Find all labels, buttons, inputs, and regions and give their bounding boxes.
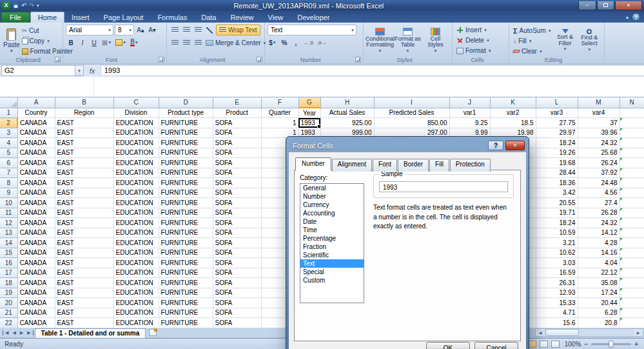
category-item-general[interactable]: General	[300, 184, 364, 192]
cell-H2[interactable]: 925.00	[320, 118, 374, 128]
cell-D11[interactable]: FURNITURE	[159, 208, 213, 218]
cell-E20[interactable]: SOFA	[213, 298, 261, 308]
cell-M4[interactable]: 24.32	[578, 138, 620, 148]
ribbon-tab-review[interactable]: Review	[223, 12, 260, 23]
cell-C13[interactable]: EDUCATION	[113, 228, 159, 238]
cell-C11[interactable]: EDUCATION	[113, 208, 159, 218]
cell-N6[interactable]	[620, 158, 644, 168]
cell-M9[interactable]: 4.56	[578, 188, 620, 198]
category-item-time[interactable]: Time	[300, 226, 364, 234]
cell-C4[interactable]: EDUCATION	[113, 138, 159, 148]
cell-N11[interactable]	[620, 208, 644, 218]
cell-B18[interactable]: EAST	[55, 278, 113, 288]
cell-C2[interactable]: EDUCATION	[113, 118, 159, 128]
dialog-tab-alignment[interactable]: Alignment	[332, 159, 372, 172]
minimize-ribbon-icon[interactable]: ▴	[626, 14, 629, 20]
cell-A3[interactable]: CANADA	[17, 128, 55, 138]
ribbon-tab-file[interactable]: File	[1, 12, 30, 23]
cell-M2[interactable]: 37	[578, 118, 620, 128]
conditional-formatting-button[interactable]: Conditional Formatting ▼	[366, 25, 394, 56]
cell-D22[interactable]: FURNITURE	[159, 318, 213, 328]
cell-N15[interactable]	[620, 248, 644, 258]
column-header-A[interactable]: A	[17, 97, 55, 108]
name-box[interactable]: G2	[1, 65, 75, 76]
bottom-align-button[interactable]	[193, 25, 203, 35]
autosum-button[interactable]: Σ AutoSum ▼	[512, 26, 553, 35]
cell-A10[interactable]: CANADA	[17, 198, 55, 208]
cell-M16[interactable]: 4.04	[578, 258, 620, 268]
cell-B3[interactable]: EAST	[55, 128, 113, 138]
minimize-button[interactable]: −	[578, 1, 596, 10]
cell-E10[interactable]: SOFA	[213, 198, 261, 208]
cell-B6[interactable]: EAST	[55, 158, 113, 168]
cell-B11[interactable]: EAST	[55, 208, 113, 218]
row-header-10[interactable]: 10	[0, 198, 17, 208]
cell-A17[interactable]: CANADA	[17, 268, 55, 278]
name-box-chevron-icon[interactable]: ▼	[75, 65, 84, 76]
cell-G1[interactable]: Year	[298, 108, 320, 118]
ribbon-tab-home[interactable]: Home	[30, 12, 64, 23]
row-header-20[interactable]: 20	[0, 298, 17, 308]
cell-D2[interactable]: FURNITURE	[159, 118, 213, 128]
cell-N9[interactable]	[620, 188, 644, 198]
cell-J1[interactable]: var1	[449, 108, 490, 118]
cell-D17[interactable]: FURNITURE	[159, 268, 213, 278]
cell-A21[interactable]: CANADA	[17, 308, 55, 318]
next-sheet-button[interactable]: ▶	[18, 330, 25, 335]
cell-E18[interactable]: SOFA	[213, 278, 261, 288]
cell-L12[interactable]: 18.24	[536, 218, 578, 228]
cell-N2[interactable]	[620, 118, 644, 128]
font-name-select[interactable]: Arial ▼	[66, 25, 113, 35]
insert-function-button[interactable]: fx	[84, 67, 101, 75]
cell-L11[interactable]: 19.71	[536, 208, 578, 218]
cell-A14[interactable]: CANADA	[17, 238, 55, 248]
cell-M3[interactable]: 39.96	[578, 128, 620, 138]
cell-D6[interactable]: FURNITURE	[159, 158, 213, 168]
cell-C15[interactable]: EDUCATION	[113, 248, 159, 258]
ribbon-tab-data[interactable]: Data	[194, 12, 223, 23]
horizontal-scrollbar[interactable]: ◀ ▶	[535, 328, 643, 337]
cancel-button[interactable]: Cancel	[474, 342, 518, 349]
format-as-table-button[interactable]: Format as Table ▼	[394, 25, 422, 56]
row-header-21[interactable]: 21	[0, 308, 17, 318]
cell-N17[interactable]	[620, 268, 644, 278]
cell-A18[interactable]: CANADA	[17, 278, 55, 288]
cell-M13[interactable]: 14.12	[578, 228, 620, 238]
cell-L22[interactable]: 15.6	[536, 318, 578, 328]
horizontal-scroll-track[interactable]	[545, 329, 634, 336]
cell-E21[interactable]: SOFA	[213, 308, 261, 318]
cell-D3[interactable]: FURNITURE	[159, 128, 213, 138]
cell-D15[interactable]: FURNITURE	[159, 248, 213, 258]
cell-N3[interactable]	[620, 128, 644, 138]
cell-L5[interactable]: 19.26	[536, 148, 578, 158]
cell-N13[interactable]	[620, 228, 644, 238]
cell-B8[interactable]: EAST	[55, 178, 113, 188]
underline-button[interactable]: U	[89, 37, 99, 48]
cell-M19[interactable]: 17.24	[578, 288, 620, 298]
borders-button[interactable]: ⊞▼	[101, 37, 113, 48]
font-dialog-launcher[interactable]	[159, 57, 164, 63]
cell-M18[interactable]: 35.08	[578, 278, 620, 288]
number-dialog-launcher[interactable]	[355, 57, 361, 63]
row-header-17[interactable]: 17	[0, 268, 17, 278]
cell-C7[interactable]: EDUCATION	[113, 168, 159, 178]
zoom-level[interactable]: 100%	[563, 341, 581, 348]
cell-E8[interactable]: SOFA	[213, 178, 261, 188]
category-item-percentage[interactable]: Percentage	[300, 234, 364, 243]
cell-C14[interactable]: EDUCATION	[113, 238, 159, 248]
cell-C17[interactable]: EDUCATION	[113, 268, 159, 278]
category-item-accounting[interactable]: Accounting	[300, 209, 364, 217]
cell-L2[interactable]: 27.75	[536, 118, 578, 128]
cell-K1[interactable]: var2	[490, 108, 536, 118]
cell-L9[interactable]: 3.42	[536, 188, 578, 198]
cell-E19[interactable]: SOFA	[213, 288, 261, 298]
column-header-D[interactable]: D	[159, 97, 213, 108]
cell-E6[interactable]: SOFA	[213, 158, 261, 168]
clipboard-dialog-launcher[interactable]	[55, 57, 61, 63]
sort-filter-button[interactable]: Sort & Filter ▼	[553, 25, 578, 56]
accounting-format-button[interactable]: $▼	[268, 37, 278, 48]
column-header-H[interactable]: H	[320, 97, 374, 108]
column-header-G[interactable]: G	[298, 97, 320, 108]
cell-A12[interactable]: CANADA	[17, 218, 55, 228]
cell-L18[interactable]: 26.31	[536, 278, 578, 288]
